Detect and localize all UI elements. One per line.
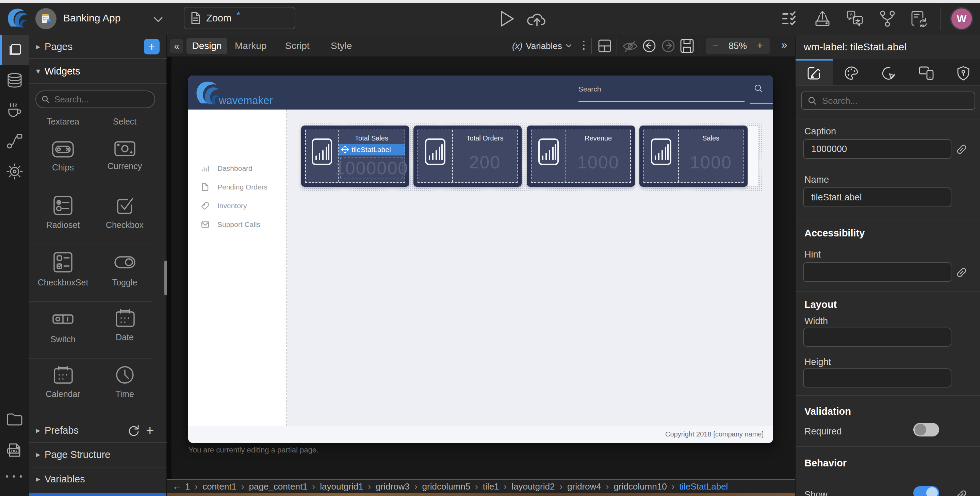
breadcrumb-back-icon[interactable]: ← xyxy=(172,481,182,492)
nav-item-inventory[interactable]: Inventory xyxy=(201,201,247,211)
save-icon[interactable] xyxy=(680,38,694,53)
properties-search-input[interactable] xyxy=(821,95,966,107)
cloud-upload-button[interactable] xyxy=(527,11,547,27)
settings-gear-icon[interactable] xyxy=(6,163,23,180)
variables-section-header[interactable]: ▸ Variables xyxy=(29,467,167,491)
required-toggle[interactable] xyxy=(913,423,939,436)
hide-outlines-icon[interactable] xyxy=(622,40,638,53)
variables-dropdown[interactable]: (x) Variables xyxy=(512,39,572,53)
tile-revenue[interactable]: Revenue 1000 xyxy=(527,126,635,187)
breadcrumb-item[interactable]: content1 xyxy=(202,482,237,492)
file-explorer-icon[interactable] xyxy=(6,412,23,426)
widget-textarea[interactable]: Textarea xyxy=(29,117,97,127)
widget-currency[interactable]: Currency xyxy=(97,131,153,188)
selected-widget-bar[interactable]: tileStatLabel xyxy=(339,144,404,156)
widget-radioset[interactable]: Radioset xyxy=(29,188,97,245)
tile-total-sales[interactable]: Total Sales tileStatLabel 1000000 xyxy=(301,126,409,187)
properties-search[interactable] xyxy=(801,92,975,110)
breadcrumb-item[interactable]: 1 xyxy=(185,482,190,492)
show-toggle[interactable] xyxy=(913,486,939,496)
widget-calendar[interactable]: Calendar xyxy=(29,359,97,415)
database-icon[interactable] xyxy=(6,73,23,88)
collapse-panel-button[interactable]: « xyxy=(170,39,183,53)
widget-chips[interactable]: Chips xyxy=(29,131,97,188)
version-control-icon[interactable] xyxy=(879,10,896,27)
breadcrumb-item-active[interactable]: tileStatLabel xyxy=(679,482,728,492)
widget-time[interactable]: Time xyxy=(97,359,153,415)
page-selector[interactable]: Zoom * xyxy=(184,7,295,29)
design-canvas-page[interactable]: wavemaker Search Dashboard Pending Order… xyxy=(188,76,773,443)
widget-toggle[interactable]: Toggle xyxy=(97,245,153,301)
app-search-placeholder[interactable]: Search xyxy=(579,85,601,93)
tile-value[interactable]: 1000 xyxy=(577,142,619,182)
redo-icon[interactable] xyxy=(661,38,676,53)
rail-item-pages[interactable] xyxy=(0,35,29,65)
app-search-icon[interactable] xyxy=(754,84,763,93)
widget-checkboxset[interactable]: CheckboxSet xyxy=(29,245,97,301)
tile-value[interactable]: 200 xyxy=(469,142,501,182)
add-prefab-icon[interactable]: + xyxy=(146,423,154,438)
widget-date[interactable]: Date xyxy=(97,302,153,358)
checklist-icon[interactable] xyxy=(782,11,799,27)
project-chevron-down-icon[interactable] xyxy=(154,17,163,22)
expand-right-button[interactable]: » xyxy=(781,38,788,51)
java-services-icon[interactable] xyxy=(6,102,23,119)
breadcrumb-item[interactable]: tile1 xyxy=(483,482,499,492)
logs-icon[interactable]: LOG xyxy=(6,442,23,458)
tab-styles-palette-icon[interactable] xyxy=(844,66,859,81)
nav-item-dashboard[interactable]: Dashboard xyxy=(201,163,253,173)
tab-properties[interactable] xyxy=(795,59,833,85)
undo-icon[interactable] xyxy=(642,38,657,53)
zoom-out-button[interactable]: − xyxy=(713,40,719,52)
tab-script[interactable]: Script xyxy=(285,40,310,51)
apis-icon[interactable] xyxy=(6,133,23,149)
bind-show-icon[interactable] xyxy=(955,488,969,496)
caption-input[interactable] xyxy=(803,139,951,159)
run-button[interactable] xyxy=(500,10,515,27)
hint-input[interactable] xyxy=(803,262,951,282)
avatar[interactable]: W xyxy=(950,7,973,30)
tile-sales[interactable]: Sales 1000 xyxy=(640,126,748,187)
nav-item-pending-orders[interactable]: Pending Orders xyxy=(201,182,267,192)
more-menu-icon[interactable]: ⋮ xyxy=(579,38,589,51)
page-structure-section-header[interactable]: ▸ Page Structure xyxy=(29,442,167,467)
file-sync-icon[interactable] xyxy=(911,10,928,27)
breadcrumb-item[interactable]: layoutgrid1 xyxy=(320,482,363,492)
widgets-section-header[interactable]: ▾ Widgets xyxy=(29,59,167,83)
project-icon[interactable] xyxy=(35,8,56,29)
tab-design[interactable]: Design xyxy=(186,38,227,54)
tab-security-icon[interactable] xyxy=(956,66,970,81)
tab-markup[interactable]: Markup xyxy=(235,40,266,51)
widget-search-input[interactable] xyxy=(54,94,143,105)
translate-icon[interactable]: A xyxy=(846,10,864,27)
breadcrumb-item[interactable]: gridrow4 xyxy=(567,482,601,492)
tab-interactions-icon[interactable] xyxy=(881,66,896,81)
layout-grid-row[interactable]: Total Sales tileStatLabel 1000000 xyxy=(299,122,762,191)
add-page-button[interactable]: + xyxy=(144,39,159,54)
app-header[interactable]: wavemaker Search xyxy=(188,76,773,110)
tab-style[interactable]: Style xyxy=(331,40,352,51)
breadcrumb-item[interactable]: gridcolumn5 xyxy=(422,482,471,492)
app-sidebar[interactable]: Dashboard Pending Orders Inventory Suppo… xyxy=(188,110,287,426)
nav-item-support-calls[interactable]: Support Calls xyxy=(201,219,260,230)
breadcrumb-item[interactable]: gridrow3 xyxy=(375,482,410,492)
tile-total-orders[interactable]: Total Orders 200 xyxy=(414,126,522,187)
breadcrumb-item[interactable]: gridcolumn10 xyxy=(614,482,667,492)
bind-caption-icon[interactable] xyxy=(955,143,969,156)
more-options-icon[interactable]: • • • xyxy=(5,471,23,482)
project-name[interactable]: Banking App xyxy=(63,12,121,24)
wavemaker-logo-icon[interactable] xyxy=(5,7,29,30)
layout-grid-icon[interactable] xyxy=(598,39,611,53)
refresh-prefabs-icon[interactable] xyxy=(127,424,140,437)
bind-hint-icon[interactable] xyxy=(955,266,969,279)
tile-value[interactable]: 1000 xyxy=(690,142,732,182)
widget-checkbox[interactable]: Checkbox xyxy=(97,188,153,245)
widget-search[interactable] xyxy=(35,91,155,108)
widget-select[interactable]: Select xyxy=(97,117,153,127)
export-icon[interactable] xyxy=(814,10,831,27)
breadcrumb-item[interactable]: page_content1 xyxy=(249,482,308,492)
zoom-in-button[interactable]: + xyxy=(757,40,763,52)
tab-devices-icon[interactable] xyxy=(918,66,934,81)
width-input[interactable] xyxy=(803,327,951,347)
name-input[interactable] xyxy=(803,188,951,207)
